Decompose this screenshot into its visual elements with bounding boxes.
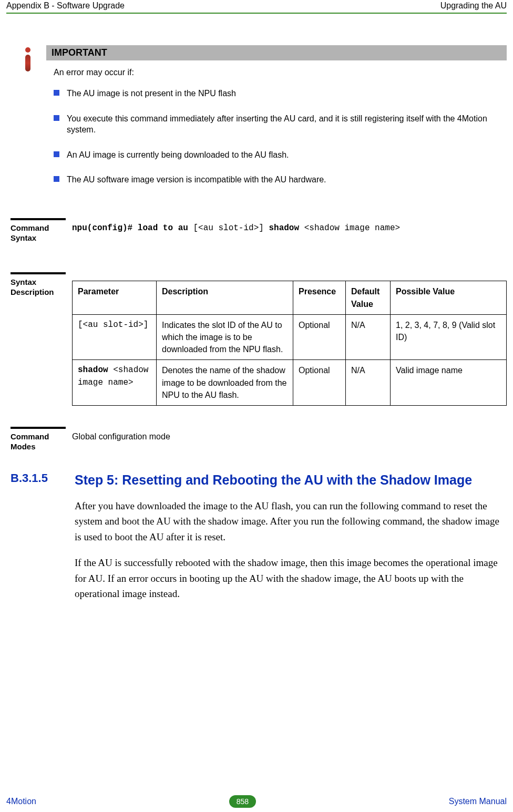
command-syntax-block: Command Syntax npu(config)# load to au […	[11, 218, 507, 243]
syntax-table: Parameter Description Presence Default V…	[72, 281, 507, 406]
paragraph: If the AU is successfully rebooted with …	[75, 555, 500, 601]
bullet-item: An AU image is currently being downloade…	[54, 149, 507, 161]
bullet-icon	[54, 115, 59, 121]
running-header: Appendix B - Software Upgrade Upgrading …	[0, 0, 513, 11]
bullet-text: The AU image is not present in the NPU f…	[67, 88, 236, 99]
syntax-description-block: Syntax Description Parameter Description…	[11, 272, 507, 406]
table-row: shadow <shadow image name> Denotes the n…	[73, 360, 507, 406]
cmd-bold: npu(config)# load to au	[72, 223, 193, 233]
important-title: IMPORTANT	[46, 45, 507, 60]
label-line: Syntax	[11, 277, 36, 286]
command-modes-text: Global configuration mode	[66, 427, 507, 441]
cell-presence: Optional	[293, 314, 346, 360]
bullet-item: You execute this command immediately aft…	[54, 113, 507, 136]
footer-right: System Manual	[449, 797, 507, 806]
cell-parameter: [<au slot-id>]	[73, 314, 157, 360]
cell-description: Denotes the name of the shadow image to …	[157, 360, 293, 406]
cell-parameter: shadow <shadow image name>	[73, 360, 157, 406]
cell-default: N/A	[346, 360, 391, 406]
bullet-item: The AU image is not present in the NPU f…	[54, 88, 507, 99]
cmd-bold: shadow	[264, 223, 304, 233]
bullet-text: You execute this command immediately aft…	[67, 113, 507, 136]
important-intro: An error may occur if:	[46, 60, 507, 77]
th-parameter: Parameter	[73, 281, 157, 314]
page-footer: 4Motion 858 System Manual	[6, 795, 507, 808]
bullet-text: An AU image is currently being downloade…	[67, 149, 289, 161]
cell-presence: Optional	[293, 360, 346, 406]
command-modes-label: Command Modes	[11, 427, 66, 452]
bullet-item: The AU software image version is incompa…	[54, 174, 507, 186]
bullet-text: The AU software image version is incompa…	[67, 174, 326, 186]
label-line: Syntax	[11, 233, 36, 242]
cmd-arg: <shadow image name>	[304, 223, 400, 233]
bullet-icon	[54, 176, 59, 182]
th-possible: Possible Value	[391, 281, 507, 314]
table-row: [<au slot-id>] Indicates the slot ID of …	[73, 314, 507, 360]
command-syntax-label: Command Syntax	[11, 218, 66, 243]
cell-default: N/A	[346, 314, 391, 360]
command-modes-block: Command Modes Global configuration mode	[11, 427, 507, 452]
section-number: B.3.1.5	[11, 471, 59, 485]
important-icon	[18, 46, 37, 71]
important-block: IMPORTANT An error may occur if: The AU …	[18, 45, 507, 199]
footer-left: 4Motion	[6, 797, 36, 806]
important-bullets: The AU image is not present in the NPU f…	[46, 77, 507, 186]
cell-possible: Valid image name	[391, 360, 507, 406]
th-description: Description	[157, 281, 293, 314]
label-line: Command	[11, 223, 49, 232]
paragraph: After you have downloaded the image to t…	[75, 498, 500, 544]
cell-possible: 1, 2, 3, 4, 7, 8, 9 (Valid slot ID)	[391, 314, 507, 360]
syntax-description-label: Syntax Description	[11, 272, 66, 297]
th-presence: Presence	[293, 281, 346, 314]
command-syntax-text: npu(config)# load to au [<au slot-id>] s…	[66, 218, 507, 233]
header-left: Appendix B - Software Upgrade	[6, 1, 125, 11]
label-line: Description	[11, 287, 54, 296]
label-line: Modes	[11, 442, 36, 451]
cell-description: Indicates the slot ID of the AU to which…	[157, 314, 293, 360]
page-number-pill: 858	[229, 795, 256, 808]
th-default: Default Value	[346, 281, 391, 314]
header-right: Upgrading the AU	[440, 1, 507, 11]
cmd-arg: [<au slot-id>]	[193, 223, 263, 233]
section-title: Step 5: Resetting and Rebooting the AU w…	[75, 471, 472, 489]
bullet-icon	[54, 151, 59, 157]
bullet-icon	[54, 90, 59, 96]
table-header-row: Parameter Description Presence Default V…	[73, 281, 507, 314]
section-heading: B.3.1.5 Step 5: Resetting and Rebooting …	[11, 471, 502, 489]
label-line: Command	[11, 432, 49, 441]
